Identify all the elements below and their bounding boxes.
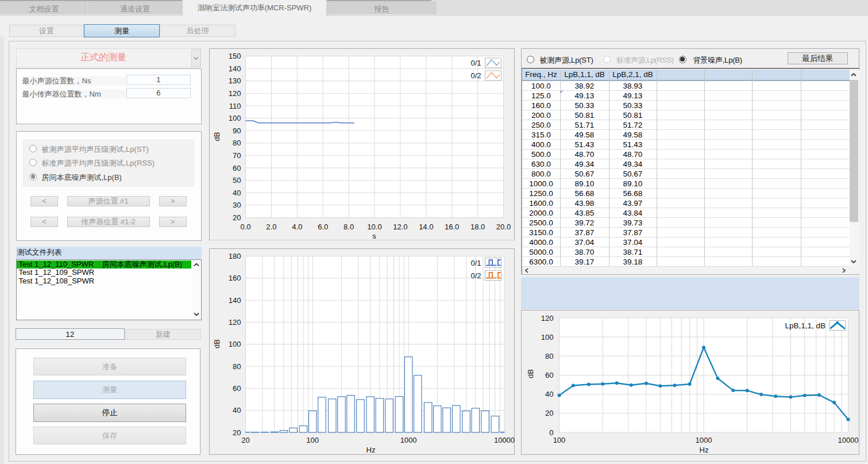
- svg-text:10000: 10000: [838, 436, 858, 444]
- svg-text:150: 150: [228, 52, 241, 60]
- svg-text:40: 40: [545, 390, 553, 398]
- svg-text:20: 20: [233, 213, 241, 222]
- svg-text:50: 50: [233, 176, 241, 185]
- svg-text:100: 100: [228, 340, 241, 348]
- svg-text:0/1: 0/1: [470, 59, 481, 67]
- svg-text:20: 20: [233, 428, 241, 437]
- svg-text:100: 100: [306, 436, 319, 444]
- svg-text:120: 120: [228, 89, 241, 97]
- svg-text:160: 160: [228, 274, 241, 282]
- svg-text:100: 100: [553, 436, 565, 444]
- svg-text:60: 60: [233, 384, 241, 393]
- svg-text:6.0: 6.0: [318, 223, 328, 231]
- svg-text:20.0: 20.0: [496, 223, 510, 231]
- svg-text:10.0: 10.0: [367, 223, 381, 231]
- svg-text:0/1: 0/1: [470, 259, 481, 267]
- svg-text:4.0: 4.0: [292, 223, 302, 231]
- svg-text:60: 60: [545, 371, 553, 379]
- svg-text:80: 80: [233, 362, 241, 371]
- svg-text:LpB,1,1, dB: LpB,1,1, dB: [785, 321, 825, 330]
- svg-text:120: 120: [541, 314, 553, 323]
- svg-text:100: 100: [541, 333, 553, 342]
- svg-text:Hz: Hz: [699, 446, 708, 454]
- svg-text:0.0: 0.0: [240, 223, 250, 231]
- svg-text:80: 80: [545, 352, 553, 361]
- svg-text:1000: 1000: [695, 436, 712, 444]
- svg-text:20: 20: [241, 436, 249, 444]
- svg-text:dB: dB: [212, 339, 221, 348]
- svg-text:80: 80: [233, 139, 241, 147]
- svg-text:40: 40: [233, 406, 241, 415]
- svg-text:20: 20: [545, 409, 553, 417]
- svg-text:14.0: 14.0: [419, 223, 433, 231]
- svg-text:8.0: 8.0: [344, 223, 354, 231]
- svg-text:18.0: 18.0: [470, 223, 484, 231]
- svg-text:100: 100: [228, 114, 241, 122]
- svg-text:180: 180: [228, 252, 241, 260]
- svg-text:16.0: 16.0: [445, 223, 459, 231]
- svg-text:40: 40: [233, 188, 241, 197]
- svg-text:140: 140: [228, 296, 241, 305]
- svg-text:120: 120: [228, 318, 241, 327]
- svg-text:60: 60: [233, 163, 241, 172]
- svg-text:dB: dB: [526, 369, 534, 378]
- svg-text:0/2: 0/2: [470, 71, 481, 80]
- svg-text:70: 70: [233, 151, 241, 159]
- svg-text:2.0: 2.0: [266, 223, 276, 231]
- svg-text:1000: 1000: [400, 436, 416, 444]
- svg-text:0/2: 0/2: [470, 271, 481, 280]
- svg-text:s: s: [372, 231, 376, 240]
- svg-text:dB: dB: [212, 132, 221, 141]
- svg-text:12.0: 12.0: [393, 223, 407, 231]
- svg-text:Hz: Hz: [366, 446, 375, 454]
- svg-text:130: 130: [228, 76, 241, 85]
- svg-text:90: 90: [233, 126, 241, 135]
- svg-text:140: 140: [228, 64, 241, 72]
- svg-text:110: 110: [229, 101, 241, 110]
- svg-text:30: 30: [233, 201, 241, 209]
- svg-text:10000: 10000: [493, 436, 514, 444]
